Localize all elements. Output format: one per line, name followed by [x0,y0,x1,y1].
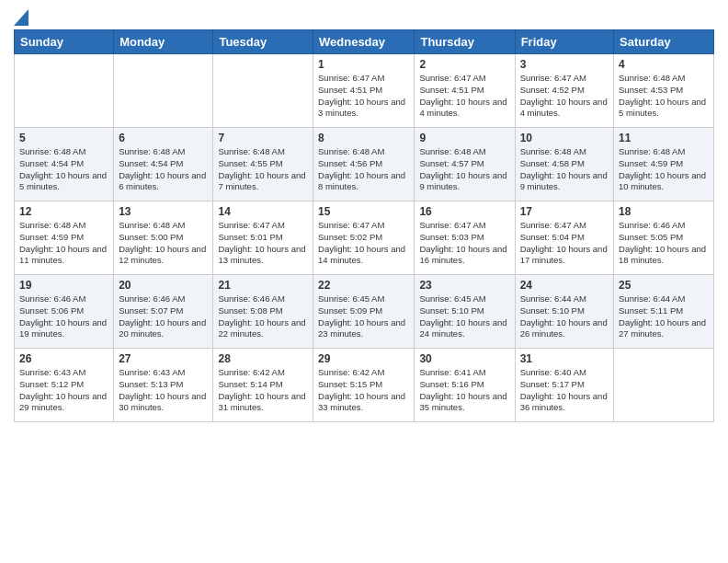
day-number: 10 [520,132,609,144]
day-info: Sunrise: 6:48 AM Sunset: 4:56 PM Dayligh… [318,146,409,193]
day-info: Sunrise: 6:47 AM Sunset: 5:01 PM Dayligh… [218,220,308,267]
day-info: Sunrise: 6:43 AM Sunset: 5:12 PM Dayligh… [19,367,108,414]
calendar-cell: 26Sunrise: 6:43 AM Sunset: 5:12 PM Dayli… [15,349,114,422]
day-info: Sunrise: 6:46 AM Sunset: 5:07 PM Dayligh… [119,293,208,340]
weekday-header: Monday [114,30,213,54]
day-number: 20 [119,279,208,292]
day-info: Sunrise: 6:40 AM Sunset: 5:17 PM Dayligh… [520,367,609,414]
day-info: Sunrise: 6:42 AM Sunset: 5:14 PM Dayligh… [218,367,308,414]
day-number: 18 [619,205,709,218]
calendar-week-row: 26Sunrise: 6:43 AM Sunset: 5:12 PM Dayli… [15,349,714,422]
day-info: Sunrise: 6:47 AM Sunset: 5:04 PM Dayligh… [520,220,609,267]
day-number: 9 [419,132,509,144]
calendar-week-row: 12Sunrise: 6:48 AM Sunset: 4:59 PM Dayli… [15,201,714,275]
day-number: 25 [619,279,709,292]
day-info: Sunrise: 6:46 AM Sunset: 5:06 PM Dayligh… [19,293,108,340]
day-number: 26 [19,352,108,365]
day-number: 3 [520,58,609,71]
day-info: Sunrise: 6:48 AM Sunset: 4:54 PM Dayligh… [19,146,108,193]
calendar-cell: 4Sunrise: 6:48 AM Sunset: 4:53 PM Daylig… [614,54,714,128]
weekday-header: Wednesday [313,30,415,54]
calendar-cell: 20Sunrise: 6:46 AM Sunset: 5:07 PM Dayli… [114,275,213,349]
weekday-header: Friday [515,30,613,54]
day-number: 23 [419,279,509,292]
day-number: 12 [19,205,108,218]
day-number: 1 [318,58,409,71]
day-info: Sunrise: 6:46 AM Sunset: 5:08 PM Dayligh… [218,293,308,340]
calendar-cell: 18Sunrise: 6:46 AM Sunset: 5:05 PM Dayli… [614,201,714,275]
day-number: 7 [218,132,308,144]
calendar-cell: 25Sunrise: 6:44 AM Sunset: 5:11 PM Dayli… [614,275,714,349]
day-info: Sunrise: 6:45 AM Sunset: 5:09 PM Dayligh… [318,293,409,340]
day-info: Sunrise: 6:48 AM Sunset: 4:54 PM Dayligh… [119,146,208,193]
day-info: Sunrise: 6:43 AM Sunset: 5:13 PM Dayligh… [119,367,208,414]
calendar-cell: 15Sunrise: 6:47 AM Sunset: 5:02 PM Dayli… [313,201,415,275]
calendar-cell [15,54,114,128]
day-number: 21 [218,279,308,292]
day-info: Sunrise: 6:48 AM Sunset: 4:59 PM Dayligh… [619,146,709,193]
weekday-header: Saturday [614,30,714,54]
calendar-cell: 27Sunrise: 6:43 AM Sunset: 5:13 PM Dayli… [114,349,213,422]
calendar-cell: 24Sunrise: 6:44 AM Sunset: 5:10 PM Dayli… [515,275,613,349]
calendar-cell: 2Sunrise: 6:47 AM Sunset: 4:51 PM Daylig… [415,54,515,128]
calendar-cell: 7Sunrise: 6:48 AM Sunset: 4:55 PM Daylig… [213,128,313,201]
day-number: 22 [318,279,409,292]
calendar-cell: 9Sunrise: 6:48 AM Sunset: 4:57 PM Daylig… [415,128,515,201]
calendar-cell: 30Sunrise: 6:41 AM Sunset: 5:16 PM Dayli… [415,349,515,422]
logo-triangle-icon [14,9,28,26]
calendar-cell [114,54,213,128]
calendar-cell: 12Sunrise: 6:48 AM Sunset: 4:59 PM Dayli… [15,201,114,275]
day-info: Sunrise: 6:47 AM Sunset: 5:02 PM Dayligh… [318,220,409,267]
day-number: 24 [520,279,609,292]
calendar-cell [213,54,313,128]
calendar-week-row: 19Sunrise: 6:46 AM Sunset: 5:06 PM Dayli… [15,275,714,349]
page: SundayMondayTuesdayWednesdayThursdayFrid… [0,0,728,563]
calendar-cell: 23Sunrise: 6:45 AM Sunset: 5:10 PM Dayli… [415,275,515,349]
calendar-cell: 3Sunrise: 6:47 AM Sunset: 4:52 PM Daylig… [515,54,613,128]
weekday-header: Sunday [15,30,114,54]
calendar-cell: 14Sunrise: 6:47 AM Sunset: 5:01 PM Dayli… [213,201,313,275]
day-number: 4 [619,58,709,71]
day-number: 13 [119,205,208,218]
calendar-cell: 31Sunrise: 6:40 AM Sunset: 5:17 PM Dayli… [515,349,613,422]
calendar-cell: 29Sunrise: 6:42 AM Sunset: 5:15 PM Dayli… [313,349,415,422]
calendar-cell: 6Sunrise: 6:48 AM Sunset: 4:54 PM Daylig… [114,128,213,201]
day-number: 27 [119,352,208,365]
day-info: Sunrise: 6:48 AM Sunset: 4:55 PM Dayligh… [218,146,308,193]
calendar-cell: 22Sunrise: 6:45 AM Sunset: 5:09 PM Dayli… [313,275,415,349]
calendar-cell: 8Sunrise: 6:48 AM Sunset: 4:56 PM Daylig… [313,128,415,201]
calendar-table: SundayMondayTuesdayWednesdayThursdayFrid… [14,29,714,422]
day-info: Sunrise: 6:41 AM Sunset: 5:16 PM Dayligh… [419,367,509,414]
header [14,9,714,22]
header-row: SundayMondayTuesdayWednesdayThursdayFrid… [15,30,714,54]
day-info: Sunrise: 6:48 AM Sunset: 4:58 PM Dayligh… [520,146,609,193]
day-number: 16 [419,205,509,218]
calendar-cell: 19Sunrise: 6:46 AM Sunset: 5:06 PM Dayli… [15,275,114,349]
calendar-cell: 13Sunrise: 6:48 AM Sunset: 5:00 PM Dayli… [114,201,213,275]
calendar-cell [614,349,714,422]
logo-text [14,9,28,26]
day-info: Sunrise: 6:47 AM Sunset: 4:52 PM Dayligh… [520,73,609,120]
day-info: Sunrise: 6:44 AM Sunset: 5:10 PM Dayligh… [520,293,609,340]
day-number: 6 [119,132,208,144]
day-number: 5 [19,132,108,144]
day-number: 2 [419,58,509,71]
day-info: Sunrise: 6:47 AM Sunset: 4:51 PM Dayligh… [419,73,509,120]
day-info: Sunrise: 6:48 AM Sunset: 4:53 PM Dayligh… [619,73,709,120]
svg-marker-0 [14,9,28,26]
day-info: Sunrise: 6:46 AM Sunset: 5:05 PM Dayligh… [619,220,709,267]
calendar-cell: 17Sunrise: 6:47 AM Sunset: 5:04 PM Dayli… [515,201,613,275]
day-info: Sunrise: 6:48 AM Sunset: 4:59 PM Dayligh… [19,220,108,267]
day-number: 29 [318,352,409,365]
day-info: Sunrise: 6:45 AM Sunset: 5:10 PM Dayligh… [419,293,509,340]
calendar-cell: 16Sunrise: 6:47 AM Sunset: 5:03 PM Dayli… [415,201,515,275]
day-number: 17 [520,205,609,218]
calendar-cell: 28Sunrise: 6:42 AM Sunset: 5:14 PM Dayli… [213,349,313,422]
day-number: 11 [619,132,709,144]
day-number: 31 [520,352,609,365]
weekday-header: Tuesday [213,30,313,54]
calendar-cell: 10Sunrise: 6:48 AM Sunset: 4:58 PM Dayli… [515,128,613,201]
day-number: 14 [218,205,308,218]
calendar-week-row: 1Sunrise: 6:47 AM Sunset: 4:51 PM Daylig… [15,54,714,128]
calendar-cell: 11Sunrise: 6:48 AM Sunset: 4:59 PM Dayli… [614,128,714,201]
